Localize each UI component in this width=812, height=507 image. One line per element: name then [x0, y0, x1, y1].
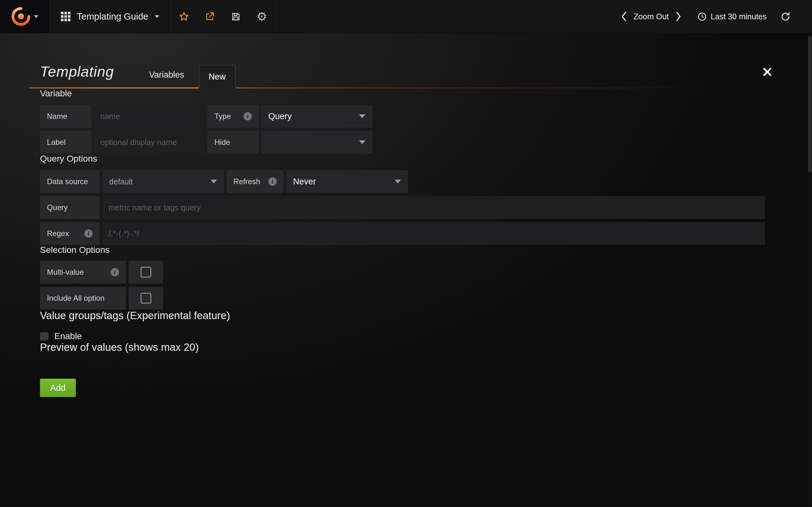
dashboard-settings-button[interactable]: ⚙ [249, 0, 275, 33]
include-all-label: Include All option [40, 287, 126, 309]
templating-editor: Templating Variables New Variable Name T… [0, 50, 812, 397]
tab-new[interactable]: New [199, 65, 236, 89]
enable-checkbox[interactable] [40, 332, 49, 341]
dashboard-grid-icon [61, 12, 70, 21]
refresh-select[interactable]: Never [286, 170, 408, 193]
close-button[interactable] [763, 67, 772, 78]
info-icon[interactable]: i [268, 177, 276, 186]
label-label: Label [40, 131, 91, 154]
close-icon [763, 67, 772, 77]
name-label: Name [40, 105, 91, 128]
hide-select[interactable] [261, 131, 372, 154]
checkbox-icon [141, 267, 151, 278]
datasource-select-value: default [109, 177, 133, 186]
regex-input[interactable] [102, 222, 765, 245]
caret-down-icon [359, 140, 365, 144]
type-select[interactable]: Query [261, 105, 372, 128]
variable-name-input[interactable] [94, 105, 205, 128]
include-all-label-text: Include All option [47, 294, 104, 302]
type-label-text: Type [214, 112, 231, 121]
regex-label: Regex i [40, 222, 100, 245]
include-all-checkbox[interactable] [129, 287, 163, 309]
page-title: Templating [40, 63, 114, 80]
hide-label: Hide [207, 131, 259, 154]
variable-label-input[interactable] [94, 131, 205, 154]
query-label: Query [40, 196, 100, 219]
dashboard-picker[interactable]: Templating Guide [49, 0, 171, 33]
value-groups-heading: Value groups/tags (Experimental feature) [40, 309, 772, 322]
chevron-down-icon [155, 15, 159, 18]
grafana-menu-button[interactable] [0, 0, 49, 33]
save-dashboard-button[interactable] [223, 0, 249, 33]
header-divider [29, 88, 812, 89]
caret-down-icon [211, 180, 217, 183]
chevron-left-icon [621, 11, 627, 22]
include-all-row: Include All option [40, 287, 772, 309]
caret-down-icon [395, 180, 401, 183]
gear-icon: ⚙ [257, 11, 267, 22]
type-select-value: Query [268, 112, 292, 121]
dashboard-toolbar: ⚙ [171, 0, 275, 33]
scrollbar[interactable] [808, 34, 812, 507]
chevron-right-icon [675, 11, 681, 22]
datasource-label: Data source [40, 170, 100, 193]
caret-down-icon [359, 114, 365, 118]
tab-bar: Variables New [149, 63, 236, 89]
regex-row: Regex i [40, 222, 772, 245]
preview-heading: Preview of values (shows max 20) [40, 341, 772, 353]
refresh-icon [780, 12, 791, 21]
variable-section-heading: Variable [40, 89, 772, 99]
star-icon [179, 11, 189, 21]
query-row: Query [40, 196, 772, 219]
refresh-button[interactable] [775, 0, 796, 33]
time-range-label: Last 30 minutes [711, 12, 767, 21]
selection-options-heading: Selection Options [40, 245, 772, 255]
dashboard-title: Templating Guide [77, 11, 148, 22]
star-dashboard-button[interactable] [171, 0, 197, 33]
time-controls: Zoom Out Last 30 minutes [616, 0, 812, 33]
share-dashboard-button[interactable] [197, 0, 223, 33]
multi-value-row: Multi-value i [40, 261, 772, 284]
chevron-down-icon [34, 15, 38, 18]
share-icon [205, 12, 215, 21]
type-label: Type i [207, 105, 259, 128]
add-button[interactable]: Add [40, 379, 76, 397]
multi-value-label: Multi-value i [40, 261, 126, 284]
variable-name-row: Name Type i Query [40, 105, 772, 128]
datasource-label-text: Data source [47, 177, 88, 186]
label-label-text: Label [47, 138, 66, 147]
datasource-select[interactable]: default [102, 170, 224, 193]
refresh-label-text: Refresh [234, 177, 260, 186]
hide-label-text: Hide [214, 138, 230, 147]
save-icon [231, 12, 241, 21]
query-options-heading: Query Options [40, 154, 772, 164]
app-root: Templating Guide [0, 0, 812, 507]
variable-label-row: Label Hide [40, 131, 772, 154]
navbar-spacer [275, 0, 616, 33]
grafana-logo-icon [11, 7, 31, 26]
info-icon[interactable]: i [111, 268, 119, 276]
multi-value-label-text: Multi-value [47, 268, 84, 277]
clock-icon [698, 12, 707, 21]
enable-label: Enable [54, 331, 82, 341]
enable-row: Enable [40, 331, 772, 341]
multi-value-checkbox[interactable] [129, 261, 163, 284]
refresh-label: Refresh i [226, 170, 284, 193]
scrollbar-thumb[interactable] [808, 36, 811, 172]
tab-variables[interactable]: Variables [149, 70, 184, 80]
refresh-select-value: Never [293, 177, 316, 187]
time-shift-forward-button[interactable] [670, 0, 687, 33]
page-header: Templating Variables New [40, 50, 772, 89]
time-range-picker[interactable]: Last 30 minutes [698, 12, 767, 21]
query-label-text: Query [47, 203, 67, 212]
zoom-out-button[interactable]: Zoom Out [632, 12, 670, 21]
navbar: Templating Guide [0, 0, 812, 33]
query-input[interactable] [102, 196, 765, 219]
name-label-text: Name [47, 112, 67, 121]
time-shift-back-button[interactable] [616, 0, 632, 33]
info-icon[interactable]: i [244, 112, 252, 120]
regex-label-text: Regex [47, 229, 69, 238]
datasource-row: Data source default Refresh i Never [40, 170, 772, 193]
checkbox-icon [141, 293, 151, 303]
info-icon[interactable]: i [84, 229, 93, 238]
